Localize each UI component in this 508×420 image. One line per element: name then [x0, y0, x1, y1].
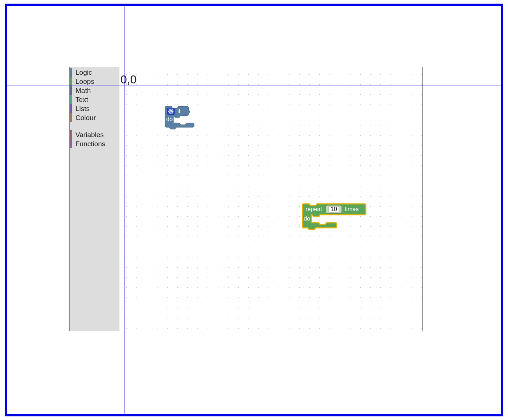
toolbox-category-functions[interactable]: Functions [70, 139, 119, 148]
crosshair-horizontal [7, 86, 501, 86]
toolbox-label: Colour [75, 114, 96, 122]
do-label: do [304, 215, 310, 222]
svg-rect-2 [171, 109, 172, 110]
svg-rect-5 [172, 111, 173, 112]
swatch-icon [70, 77, 72, 86]
toolbox-separator [70, 122, 119, 130]
toolbox-category-variables[interactable]: Variables [70, 130, 119, 139]
toolbox-category-logic[interactable]: Logic [70, 68, 119, 77]
swatch-icon [70, 68, 72, 77]
repeat-count-field[interactable]: 10 [331, 206, 337, 212]
toolbox-category-colour[interactable]: Colour [70, 113, 119, 122]
swatch-icon [70, 86, 72, 95]
toolbox-label: Loops [75, 78, 94, 86]
if-label: if [177, 108, 181, 114]
block-repeat[interactable]: repeat 10 times do [302, 203, 374, 234]
swatch-icon [70, 104, 72, 113]
block-if[interactable]: if do [165, 106, 199, 133]
swatch-icon [70, 113, 72, 122]
toolbox: Logic Loops Math Text Lists Colour [70, 67, 119, 331]
toolbox-label: Logic [75, 69, 92, 77]
toolbox-label: Variables [75, 131, 104, 139]
svg-rect-3 [171, 113, 172, 114]
toolbox-category-loops[interactable]: Loops [70, 77, 119, 86]
debug-frame: Logic Loops Math Text Lists Colour [5, 4, 503, 416]
crosshair-vertical [124, 6, 124, 414]
svg-rect-4 [168, 111, 169, 112]
workspace-canvas[interactable]: 0,0 [119, 67, 422, 331]
blockly-workspace: Logic Loops Math Text Lists Colour [69, 67, 423, 331]
toolbox-category-lists[interactable]: Lists [70, 104, 119, 113]
toolbox-label: Text [75, 96, 88, 104]
swatch-icon [70, 139, 72, 148]
toolbox-label: Functions [75, 140, 105, 148]
toolbox-category-math[interactable]: Math [70, 86, 119, 95]
swatch-icon [70, 130, 72, 139]
times-label: times [345, 206, 359, 212]
gear-icon[interactable] [168, 109, 173, 114]
swatch-icon [70, 95, 72, 104]
toolbox-label: Math [75, 87, 91, 95]
origin-label: 0,0 [120, 73, 136, 86]
toolbox-category-text[interactable]: Text [70, 95, 119, 104]
do-label: do [166, 116, 173, 122]
toolbox-label: Lists [75, 105, 90, 113]
repeat-label: repeat [306, 206, 322, 212]
svg-point-10 [171, 111, 172, 112]
